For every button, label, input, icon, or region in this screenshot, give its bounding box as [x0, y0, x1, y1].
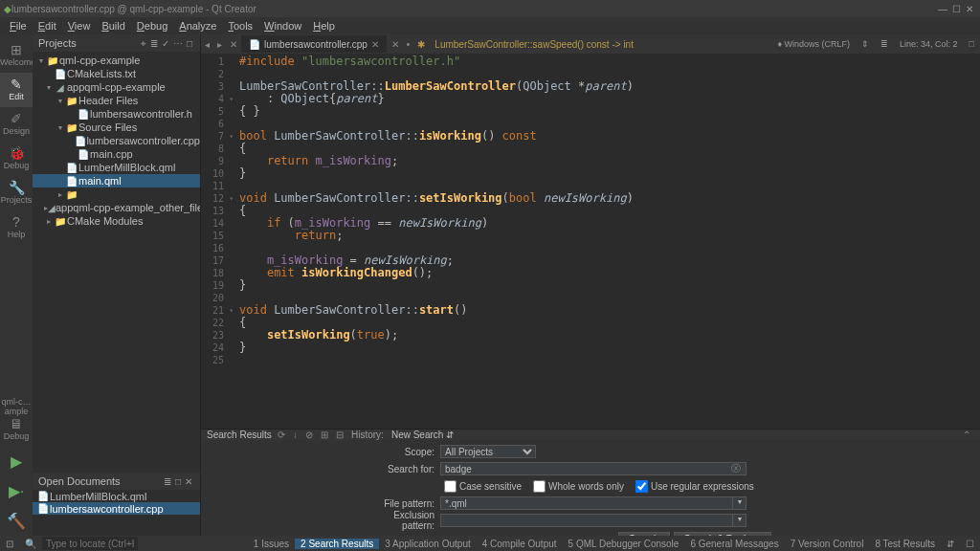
line-number[interactable]: 21▾ [203, 304, 234, 317]
locator-input[interactable] [42, 537, 138, 550]
search-for-input[interactable] [440, 462, 746, 475]
line-number[interactable]: 16 [203, 242, 234, 254]
line-number[interactable]: 8 [203, 143, 234, 155]
line-number[interactable]: 25 [203, 354, 234, 366]
line-gutter[interactable]: 1234▾567▾89101112▾131415161718192021▾222… [201, 54, 239, 429]
line-number[interactable]: 14 [203, 217, 234, 230]
tree-arrow-icon[interactable]: ▾ [36, 56, 46, 65]
output-pane-tab[interactable]: 1 Issues [248, 539, 295, 549]
exclusion-pattern-dropdown[interactable]: ▾ [733, 514, 746, 527]
tree-item[interactable]: ▾📁qml-cpp-example [33, 54, 200, 67]
projects-header-icon-1[interactable]: ≣ [148, 38, 160, 49]
symbol-crumb[interactable]: LumberSawController::sawSpeed() const ->… [429, 39, 639, 50]
kit-selector[interactable]: qml-c…ample🖥Debug [0, 393, 33, 447]
line-number[interactable]: 15 [203, 230, 234, 242]
search-header-icon-3[interactable]: ⊞ [317, 430, 332, 440]
search-header-icon-0[interactable]: ⟳ [274, 430, 289, 440]
menu-build[interactable]: Build [96, 20, 130, 32]
line-number[interactable]: 24 [203, 342, 234, 354]
line-number[interactable]: 1 [203, 55, 234, 68]
line-number[interactable]: 10 [203, 167, 234, 180]
tab-split-icon[interactable]: ✕ [388, 39, 403, 50]
status-more-icon[interactable]: ⇵ [941, 539, 960, 549]
close-button[interactable]: ✕ [963, 4, 976, 14]
open-doc-item[interactable]: 📄LumberMillBlock.qml [33, 490, 200, 502]
editor-status-1[interactable]: ⇕ [856, 39, 875, 49]
tree-arrow-icon[interactable]: ▾ [56, 97, 65, 105]
code-line[interactable] [239, 354, 980, 366]
project-tree[interactable]: ▾📁qml-cpp-example📄CMakeLists.txt▾◢appqml… [33, 52, 200, 473]
fold-icon[interactable]: ▾ [226, 192, 234, 205]
menu-window[interactable]: Window [258, 20, 307, 32]
search-header-icon-4[interactable]: ⊟ [332, 430, 347, 440]
code-line[interactable]: void LumberSawController::setIsWorking(b… [239, 192, 980, 205]
file-pattern-dropdown[interactable]: ▾ [733, 496, 746, 510]
editor-status-2[interactable]: ≣ [875, 39, 894, 49]
run-button[interactable]: ▶ [11, 447, 22, 476]
line-number[interactable]: 23 [203, 329, 234, 342]
tree-item[interactable]: 📄LumberMillBlock.qml [33, 161, 200, 174]
tree-item[interactable]: ▾📁Source Files [33, 121, 200, 134]
open-documents-list[interactable]: 📄LumberMillBlock.qml📄lumbersawcontroller… [33, 490, 200, 536]
code-line[interactable]: emit isWorkingChanged(); [239, 267, 980, 279]
status-close-icon[interactable]: ☐ [960, 539, 980, 549]
output-pane-tab[interactable]: 7 Version Control [785, 539, 870, 549]
line-number[interactable]: 3 [203, 80, 234, 93]
code-line[interactable]: return; [239, 230, 980, 242]
line-number[interactable]: 7▾ [203, 130, 234, 143]
projects-header-icon-4[interactable]: □ [185, 38, 194, 49]
output-pane-tab[interactable]: 6 General Messages [684, 539, 784, 549]
output-pane-tab[interactable]: 4 Compile Output [477, 539, 563, 549]
maximize-button[interactable]: ☐ [949, 4, 963, 14]
line-number[interactable]: 19 [203, 279, 234, 292]
tree-item[interactable]: ▸◢appqml-cpp-example_other_files [33, 201, 200, 214]
tree-item[interactable]: 📄lumbersawcontroller.cpp [33, 134, 200, 147]
menu-help[interactable]: Help [307, 20, 341, 32]
exclusion-pattern-input[interactable] [440, 514, 733, 527]
line-number[interactable]: 12▾ [203, 192, 234, 205]
tab-nav-1[interactable]: ▸ [213, 39, 226, 50]
line-number[interactable]: 9 [203, 155, 234, 167]
line-number[interactable]: 20 [203, 292, 234, 304]
mode-help[interactable]: ?Help [0, 210, 33, 245]
tab-close-icon[interactable]: ✕ [371, 39, 379, 50]
code-line[interactable]: void LumberSawController::start() [239, 304, 980, 317]
code-line[interactable]: if (m_isWorking == newIsWorking) [239, 217, 980, 230]
tree-item[interactable]: 📄main.qml [33, 174, 200, 187]
code-line[interactable]: } [239, 279, 980, 292]
code-line[interactable]: } [239, 342, 980, 354]
mode-design[interactable]: ✐Design [0, 107, 33, 142]
tree-item[interactable]: ▾📁Header Files [33, 94, 200, 107]
tree-arrow-icon[interactable]: ▾ [44, 83, 54, 92]
line-number[interactable]: 4▾ [203, 93, 234, 105]
line-number[interactable]: 2 [203, 68, 234, 80]
fold-icon[interactable]: ▾ [226, 304, 234, 317]
code-area[interactable]: #include "lumbersawcontroller.h" LumberS… [239, 54, 980, 429]
search-header-icon-1[interactable]: ↓ [289, 430, 301, 440]
regex-checkbox[interactable] [635, 480, 648, 493]
search-panel-collapse-icon[interactable]: ⌃ [959, 430, 974, 440]
projects-header-icon-2[interactable]: ✓ [160, 38, 171, 49]
menu-edit[interactable]: Edit [33, 20, 62, 32]
tree-item[interactable]: 📄main.cpp [33, 147, 200, 161]
projects-header-icon-0[interactable]: ⌖ [139, 38, 148, 49]
history-select[interactable]: New Search ⇵ [388, 430, 457, 440]
output-pane-tab[interactable]: 3 Application Output [379, 539, 477, 549]
line-number[interactable]: 22 [203, 317, 234, 329]
editor-status-0[interactable]: ♦ Windows (CRLF) [771, 39, 856, 49]
tab-nav-2[interactable]: ✕ [226, 39, 241, 50]
tab-nav-0[interactable]: ◂ [201, 39, 213, 50]
scope-select[interactable]: All Projects [440, 445, 536, 458]
code-line[interactable]: : QObject{parent} [239, 93, 980, 105]
case-sensitive-checkbox[interactable] [444, 480, 457, 493]
line-number[interactable]: 6 [203, 118, 234, 130]
docs-header-icon-2[interactable]: ✕ [183, 476, 194, 487]
fold-icon[interactable]: ▾ [226, 93, 234, 105]
output-pane-tab[interactable]: 2 Search Results [295, 539, 379, 549]
projects-header-icon-3[interactable]: ⋯ [171, 38, 185, 49]
line-number[interactable]: 5 [203, 105, 234, 118]
tree-item[interactable]: ▸📁CMake Modules [33, 214, 200, 228]
mode-welcome[interactable]: ⊞Welcome [0, 38, 33, 73]
build-button[interactable]: 🔨 [7, 506, 26, 536]
menu-analyze[interactable]: Analyze [173, 20, 222, 32]
